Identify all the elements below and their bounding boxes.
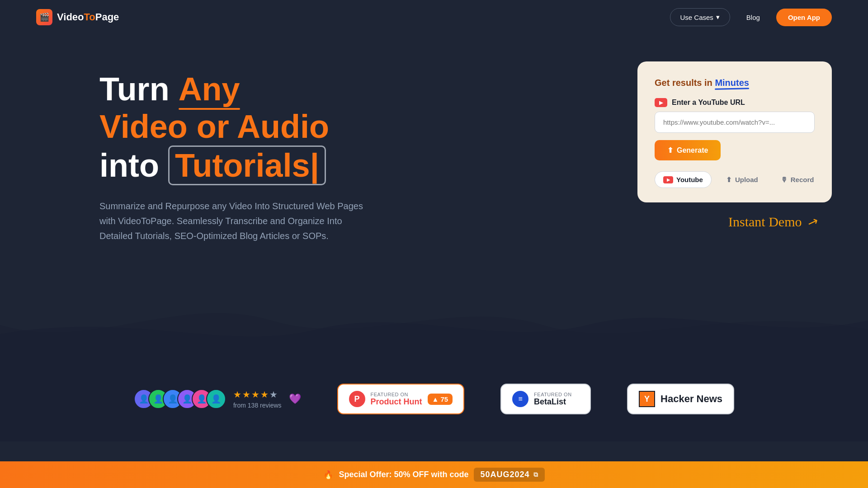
reviews-count: from 138 reviews xyxy=(233,402,282,409)
ph-score-icon: ▲ xyxy=(432,395,439,403)
fire-icon: 🔥 xyxy=(323,470,333,480)
instant-demo-text: Instant Demo xyxy=(728,214,802,229)
star-rating: ★★★★★ xyxy=(233,389,282,400)
headline-video-audio: Video or Audio xyxy=(99,108,329,145)
hero-left: Turn Any Video or Audio into Tutorials| … xyxy=(99,61,371,244)
logo[interactable]: 🎬 VideoToPage xyxy=(36,9,119,25)
betalist-info: FEATURED ON BetaList xyxy=(534,392,572,407)
heart-icon: 💜 xyxy=(289,393,301,405)
generate-button[interactable]: ⬆ Generate xyxy=(655,140,721,160)
copy-icon[interactable]: ⧉ xyxy=(533,471,538,479)
youtube-brand-icon: ▶ xyxy=(655,98,667,107)
blog-button[interactable]: Blog xyxy=(736,9,770,26)
promo-code-value: 50AUG2024 xyxy=(480,470,529,479)
headline-turn: Turn xyxy=(99,71,179,107)
tab-upload-label: Upload xyxy=(735,176,758,183)
headline-tutorials: Tutorials| xyxy=(168,145,326,186)
use-cases-button[interactable]: Use Cases ▾ xyxy=(670,8,730,26)
tab-youtube-icon: ▶ xyxy=(663,176,673,183)
mic-icon: 🎙 xyxy=(781,176,788,183)
headline-any: Any xyxy=(179,70,240,108)
reviews-block: 👤 👤 👤 👤 👤 👤 ★★★★★ from 138 reviews 💜 xyxy=(134,389,301,409)
footer-banner: 🔥 Special Offer: 50% OFF with code 50AUG… xyxy=(0,461,868,488)
hero-headline: Turn Any Video or Audio into Tutorials| xyxy=(99,70,371,185)
betalist-logo: ≡ xyxy=(512,391,528,407)
source-tabs: ▶ Youtube ⬆ Upload 🎙 Record xyxy=(655,171,815,188)
card-title-minutes: Minutes xyxy=(715,78,749,88)
nav-right: Use Cases ▾ Blog Open App xyxy=(670,8,832,26)
demo-arrow-icon: ↗ xyxy=(806,213,821,231)
product-hunt-badge[interactable]: P FEATURED ON Product Hunt ▲ 75 xyxy=(337,384,465,414)
logo-text: VideoToPage xyxy=(57,11,119,23)
card-title: Get results in Minutes xyxy=(655,78,815,88)
tab-youtube[interactable]: ▶ Youtube xyxy=(655,171,712,188)
use-cases-label: Use Cases xyxy=(680,14,713,21)
tab-youtube-label: Youtube xyxy=(676,176,703,183)
tab-upload[interactable]: ⬆ Upload xyxy=(718,172,766,188)
reviews-info: ★★★★★ from 138 reviews xyxy=(233,389,282,409)
product-hunt-info: FEATURED ON Product Hunt xyxy=(371,392,422,407)
logo-icon: 🎬 xyxy=(36,9,52,25)
instant-demo[interactable]: Instant Demo ↗ xyxy=(728,214,818,230)
betalist-badge[interactable]: ≡ FEATURED ON BetaList xyxy=(500,384,591,414)
card-title-start: Get results in xyxy=(655,78,715,88)
upload-tab-icon: ⬆ xyxy=(726,176,732,184)
hacker-news-badge[interactable]: Y Hacker News xyxy=(627,384,734,414)
hacker-news-logo: Y xyxy=(639,391,655,407)
ph-featured-label: FEATURED ON xyxy=(371,392,422,397)
avatar-group: 👤 👤 👤 👤 👤 👤 xyxy=(134,389,226,409)
social-proof-section: 👤 👤 👤 👤 👤 👤 ★★★★★ from 138 reviews 💜 P F… xyxy=(0,361,868,441)
navbar: 🎬 VideoToPage Use Cases ▾ Blog Open App xyxy=(0,0,868,34)
hn-name: Hacker News xyxy=(660,393,722,405)
hero-card: Get results in Minutes ▶ Enter a YouTube… xyxy=(637,61,832,202)
bl-featured-label: FEATURED ON xyxy=(534,392,572,397)
upload-icon: ⬆ xyxy=(667,146,673,155)
ph-name: Product Hunt xyxy=(371,397,422,407)
tab-record-label: Record xyxy=(791,176,814,183)
bl-name: BetaList xyxy=(534,397,572,407)
avatar: 👤 xyxy=(206,389,226,409)
promo-code-block[interactable]: 50AUG2024 ⧉ xyxy=(474,468,544,482)
hero-description: Summarize and Repurpose any Video Into S… xyxy=(99,199,371,244)
generate-label: Generate xyxy=(677,146,708,155)
hero-section: Turn Any Video or Audio into Tutorials| … xyxy=(0,34,868,244)
open-app-button[interactable]: Open App xyxy=(776,9,832,26)
ph-score: ▲ 75 xyxy=(428,394,453,405)
ph-score-value: 75 xyxy=(440,395,448,403)
tab-record[interactable]: 🎙 Record xyxy=(773,172,822,188)
chevron-down-icon: ▾ xyxy=(716,13,720,21)
blog-label: Blog xyxy=(746,14,760,21)
url-label-row: ▶ Enter a YouTube URL xyxy=(655,98,815,107)
product-hunt-logo: P xyxy=(349,391,365,407)
youtube-url-input[interactable] xyxy=(655,112,815,133)
url-label-text: Enter a YouTube URL xyxy=(672,99,745,107)
headline-into: into xyxy=(99,147,168,183)
wave-decoration xyxy=(0,280,868,361)
open-app-label: Open App xyxy=(788,14,820,21)
offer-text: Special Offer: 50% OFF with code xyxy=(339,470,468,479)
